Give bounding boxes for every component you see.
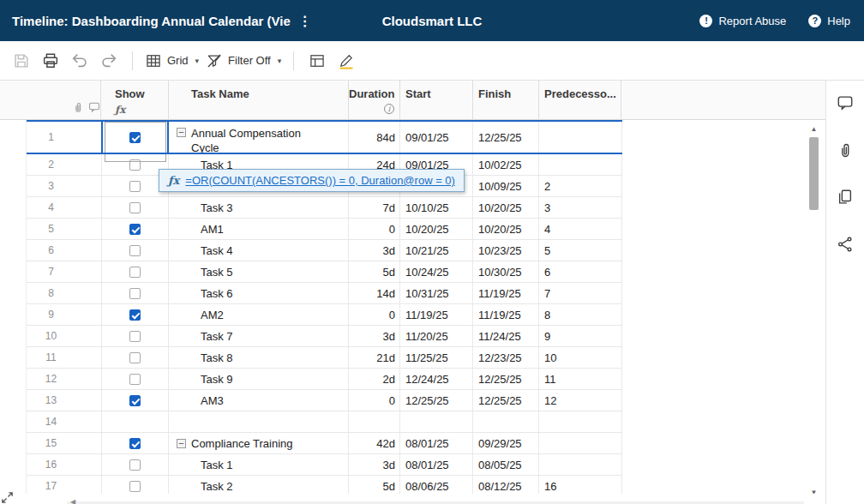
table-row[interactable]: 6 Task 4 3d 10/21/25 10/23/25 5 (27, 240, 622, 261)
attachment-column-icon[interactable] (72, 101, 84, 116)
title-menu-icon[interactable]: ⋮ (298, 13, 312, 29)
duration-cell[interactable]: 42d (349, 433, 400, 453)
task-cell[interactable]: AM2 (169, 304, 349, 325)
table-row[interactable]: 14 (27, 411, 622, 433)
row-number[interactable]: 8 (27, 283, 75, 303)
finish-cell[interactable]: 11/19/25 (473, 283, 539, 303)
finish-cell[interactable]: 11/19/25 (473, 304, 539, 325)
table-row[interactable]: 5 AM1 0 10/20/25 10/20/25 4 (27, 219, 622, 240)
row-checkbox[interactable] (129, 245, 141, 256)
start-cell[interactable]: 09/01/25 (400, 122, 473, 153)
finish-cell[interactable]: 10/02/25 (473, 154, 539, 175)
finish-cell[interactable]: 10/23/25 (473, 240, 539, 261)
help-link[interactable]: ? Help (808, 15, 850, 27)
finish-cell[interactable]: 12/25/25 (473, 369, 539, 389)
finish-cell[interactable]: 12/23/25 (473, 347, 539, 368)
duration-cell[interactable]: 3d (349, 454, 400, 475)
column-header-predecessors[interactable]: Predecesso... (538, 81, 621, 120)
column-header-finish[interactable]: Finish (472, 81, 538, 120)
row-checkbox[interactable] (129, 459, 141, 471)
row-number[interactable]: 16 (27, 454, 75, 475)
predecessor-cell[interactable] (539, 454, 622, 475)
duration-cell[interactable]: 2d (349, 369, 400, 389)
attachments-button[interactable] (833, 138, 857, 162)
row-checkbox[interactable] (129, 132, 141, 143)
task-cell[interactable]: Task 5 (169, 261, 349, 282)
start-cell[interactable]: 12/24/25 (400, 369, 473, 389)
predecessor-cell[interactable]: 9 (539, 326, 622, 346)
task-cell[interactable]: Task 8 (169, 347, 349, 368)
start-cell[interactable]: 10/10/25 (400, 197, 473, 218)
row-checkbox[interactable] (129, 331, 141, 342)
finish-cell[interactable]: 10/20/25 (473, 197, 539, 218)
predecessor-cell[interactable]: 5 (539, 240, 622, 261)
finish-cell[interactable]: 10/20/25 (473, 219, 539, 239)
task-cell[interactable]: − Annual Compensation Cycle (169, 122, 349, 153)
predecessor-cell[interactable] (539, 122, 622, 153)
row-checkbox[interactable] (129, 374, 141, 385)
start-cell[interactable]: 11/20/25 (400, 326, 473, 346)
start-cell[interactable]: 10/31/25 (400, 283, 473, 303)
duration-cell[interactable]: 21d (349, 347, 400, 368)
show-cell[interactable] (101, 304, 169, 325)
row-number[interactable]: 6 (27, 240, 75, 261)
comment-column-icon[interactable] (88, 101, 100, 116)
start-cell[interactable]: 10/21/25 (400, 240, 473, 261)
row-number[interactable]: 15 (27, 433, 75, 453)
predecessor-cell[interactable] (539, 433, 622, 453)
show-cell[interactable] (101, 219, 169, 239)
task-cell[interactable]: Task 1 (169, 454, 349, 475)
predecessor-cell[interactable]: 11 (539, 369, 622, 389)
task-cell[interactable]: Task 3 (169, 197, 349, 218)
table-row[interactable]: 16 Task 1 3d 08/01/25 08/05/25 (27, 454, 622, 476)
show-cell[interactable] (101, 326, 169, 346)
row-format-button[interactable] (303, 47, 332, 75)
row-checkbox[interactable] (129, 202, 141, 213)
row-number[interactable]: 12 (27, 369, 75, 389)
show-cell[interactable] (101, 261, 169, 282)
predecessor-cell[interactable]: 6 (539, 261, 622, 282)
duration-cell[interactable]: 3d (349, 240, 400, 261)
finish-cell[interactable]: 12/25/25 (473, 122, 539, 153)
proofs-button[interactable] (833, 185, 857, 209)
task-cell[interactable]: Task 4 (169, 240, 349, 261)
duration-cell[interactable]: 14d (349, 283, 400, 303)
duration-cell[interactable]: 84d (349, 122, 400, 153)
start-cell[interactable]: 08/01/25 (400, 433, 473, 453)
table-row[interactable]: 1 − Annual Compensation Cycle 84d 09/01/… (27, 120, 622, 154)
scroll-up-arrow-icon[interactable]: ▲ (807, 123, 821, 135)
task-cell[interactable]: Task 9 (169, 369, 349, 389)
row-number[interactable]: 9 (27, 304, 75, 325)
table-row[interactable]: 11 Task 8 21d 11/25/25 12/23/25 10 (27, 347, 622, 369)
row-number[interactable]: 4 (27, 197, 75, 218)
duration-cell[interactable]: 5d (349, 261, 400, 282)
row-number[interactable]: 11 (27, 347, 75, 368)
row-number[interactable]: 13 (27, 390, 75, 411)
vertical-scrollbar[interactable]: ▲ ▼ (807, 123, 821, 499)
duration-cell[interactable]: 0 (349, 304, 400, 325)
predecessor-cell[interactable]: 4 (539, 219, 622, 239)
report-abuse-link[interactable]: ! Report Abuse (699, 15, 786, 27)
row-checkbox[interactable] (129, 267, 141, 278)
collapse-toggle-icon[interactable]: − (177, 439, 186, 448)
show-cell[interactable] (101, 283, 169, 303)
show-cell[interactable] (101, 240, 169, 261)
table-row[interactable]: 9 AM2 0 11/19/25 11/19/25 8 (27, 304, 622, 326)
task-cell[interactable]: AM1 (169, 219, 349, 239)
row-number[interactable]: 2 (27, 154, 75, 175)
show-cell[interactable] (101, 347, 169, 368)
row-number[interactable]: 5 (27, 219, 75, 239)
task-cell[interactable]: − Compliance Training (169, 433, 349, 453)
start-cell[interactable]: 08/01/25 (400, 454, 473, 475)
column-header-show[interactable]: Show ƒx (100, 81, 168, 120)
show-cell[interactable] (101, 433, 169, 453)
predecessor-cell[interactable]: 7 (539, 283, 622, 303)
show-cell[interactable] (101, 390, 169, 411)
row-number[interactable]: 7 (27, 261, 75, 282)
column-header-duration[interactable]: Duration i (348, 81, 399, 120)
fx-formula-icon[interactable]: ƒx (115, 104, 168, 116)
row-number[interactable]: 1 (27, 122, 75, 153)
start-cell[interactable]: 10/24/25 (400, 261, 473, 282)
table-row[interactable]: 4 Task 3 7d 10/10/25 10/20/25 3 (27, 197, 622, 219)
row-checkbox[interactable] (129, 288, 141, 299)
